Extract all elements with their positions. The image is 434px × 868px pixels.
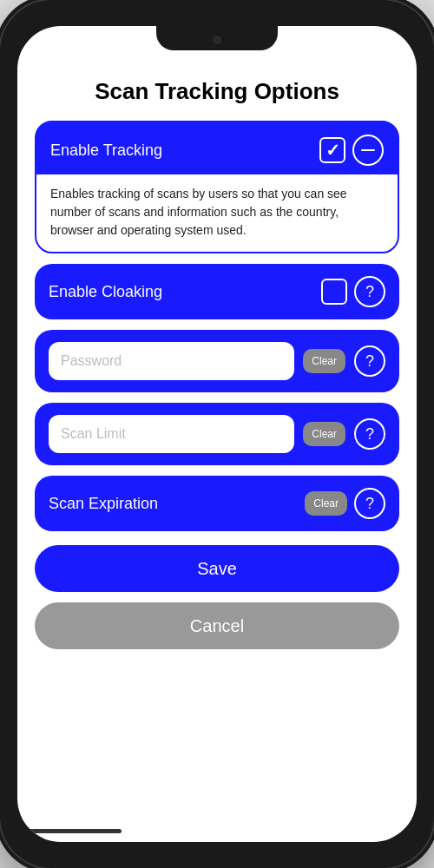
content-area: Scan Tracking Options Enable Tracking ✓ …	[17, 26, 417, 829]
checkmark-icon: ✓	[326, 140, 340, 161]
scan-expiration-clear-button[interactable]: Clear	[305, 491, 347, 516]
phone-frame: Scan Tracking Options Enable Tracking ✓ …	[0, 0, 434, 868]
home-indicator	[17, 829, 122, 833]
scan-expiration-help-button[interactable]: ?	[354, 488, 385, 519]
scan-limit-clear-button[interactable]: Clear	[303, 422, 345, 446]
page-title: Scan Tracking Options	[35, 69, 399, 110]
password-clear-button[interactable]: Clear	[303, 349, 345, 373]
question-icon: ?	[365, 495, 374, 513]
scan-limit-card: Clear ?	[35, 403, 399, 465]
minus-icon	[361, 149, 375, 152]
scan-expiration-card: Scan Expiration Clear ?	[35, 476, 399, 531]
enable-tracking-label: Enable Tracking	[50, 141, 162, 160]
save-button[interactable]: Save	[35, 545, 399, 592]
enable-tracking-header: Enable Tracking ✓	[50, 135, 384, 166]
password-help-button[interactable]: ?	[354, 345, 385, 377]
notch	[156, 26, 278, 50]
question-icon: ?	[365, 283, 374, 301]
screen: Scan Tracking Options Enable Tracking ✓ …	[17, 26, 417, 842]
scan-limit-input[interactable]	[49, 415, 294, 453]
camera-dot	[213, 36, 221, 44]
enable-tracking-icons: ✓	[319, 135, 384, 166]
question-icon: ?	[365, 425, 374, 444]
cancel-button[interactable]: Cancel	[35, 602, 399, 649]
scan-expiration-label: Scan Expiration	[49, 495, 158, 513]
enable-tracking-checkbox[interactable]: ✓	[319, 137, 345, 163]
scan-expiration-icons: Clear ?	[305, 488, 385, 519]
enable-tracking-card: Enable Tracking ✓ Enables tracking of sc…	[35, 121, 399, 253]
password-card: Clear ?	[35, 330, 399, 392]
enable-cloaking-header: Enable Cloaking ?	[49, 276, 385, 307]
enable-cloaking-label: Enable Cloaking	[49, 283, 162, 301]
enable-cloaking-help-button[interactable]: ?	[354, 276, 385, 307]
enable-cloaking-icons: ?	[321, 276, 385, 307]
question-icon: ?	[365, 352, 374, 371]
enable-tracking-collapse-button[interactable]	[352, 135, 384, 166]
scan-limit-help-button[interactable]: ?	[354, 418, 385, 450]
password-input[interactable]	[49, 342, 294, 380]
enable-cloaking-card: Enable Cloaking ?	[35, 264, 399, 319]
enable-cloaking-checkbox[interactable]	[321, 279, 347, 305]
enable-tracking-description: Enables tracking of scans by users so th…	[36, 174, 398, 252]
